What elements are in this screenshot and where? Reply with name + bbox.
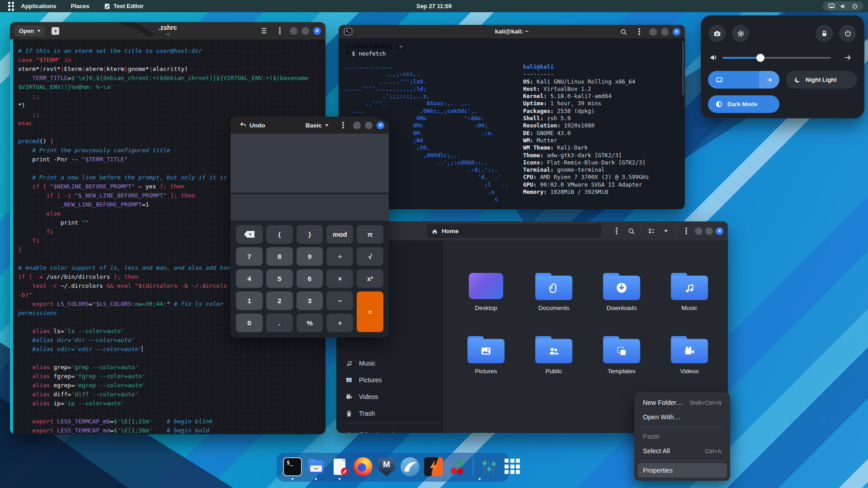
- calc-key-)[interactable]: ): [297, 225, 323, 244]
- sidebar-item-other-locations[interactable]: Other Locations: [340, 427, 439, 433]
- calc-key-−[interactable]: −: [326, 291, 353, 310]
- calc-key-0[interactable]: 0: [236, 314, 263, 332]
- new-tab-button[interactable]: +: [52, 27, 59, 35]
- open-button[interactable]: Open: [14, 25, 45, 37]
- calc-key-x²[interactable]: x²: [357, 269, 383, 288]
- terminal-scrollbar[interactable]: [682, 41, 684, 95]
- dock-cherrytree-icon[interactable]: [448, 457, 467, 476]
- mode-dropdown[interactable]: Basic: [306, 122, 329, 129]
- maximize-button[interactable]: [705, 227, 713, 235]
- calc-key-5[interactable]: 5: [266, 269, 293, 288]
- dark-mode-toggle[interactable]: Dark Mode: [708, 95, 779, 113]
- close-button[interactable]: ×: [377, 122, 384, 129]
- kebab-menu-icon[interactable]: [633, 26, 645, 38]
- menu-active-app[interactable]: Text Editor: [97, 0, 151, 12]
- close-button[interactable]: ×: [673, 28, 680, 36]
- sidebar-item-trash[interactable]: Trash: [340, 406, 439, 421]
- kebab-menu-icon[interactable]: [680, 225, 692, 237]
- volume-slider-knob[interactable]: [756, 54, 764, 62]
- calc-key-7[interactable]: 7: [236, 247, 263, 266]
- calc-key-=[interactable]: =: [357, 291, 383, 332]
- folder-public[interactable]: Public: [520, 334, 588, 396]
- dock-show-apps-icon[interactable]: [503, 457, 522, 476]
- calc-key-9[interactable]: 9: [297, 247, 323, 266]
- view-toggle-icon[interactable]: [646, 225, 657, 237]
- calc-key-4[interactable]: 4: [236, 269, 263, 288]
- search-icon[interactable]: [618, 26, 629, 38]
- activities-grid-icon[interactable]: [8, 2, 14, 11]
- calc-key-÷[interactable]: ÷: [326, 247, 353, 266]
- folder-downloads[interactable]: Downloads: [588, 271, 656, 333]
- folder-documents[interactable]: Documents: [520, 271, 588, 333]
- calc-key-√[interactable]: √: [357, 247, 383, 266]
- network-expand-arrow[interactable]: [759, 71, 779, 89]
- dock-text-editor-icon[interactable]: [330, 457, 349, 476]
- dock-terminal-icon[interactable]: $_: [283, 457, 302, 476]
- folder-desktop[interactable]: Desktop: [452, 271, 520, 333]
- lock-button[interactable]: [816, 25, 833, 42]
- clock[interactable]: Sep 27 11:59: [416, 0, 452, 12]
- minimize-button[interactable]: [649, 28, 657, 36]
- menu-item-new-folder[interactable]: New Folder…Shift+Ctrl+N: [637, 395, 727, 410]
- screenshot-button[interactable]: [708, 25, 726, 42]
- kebab-menu-icon[interactable]: [337, 119, 349, 131]
- calc-key-6[interactable]: 6: [297, 269, 323, 288]
- system-tray[interactable]: [823, 1, 863, 11]
- menu-item-open-with[interactable]: Open With…: [637, 410, 727, 424]
- dock-wireshark-icon[interactable]: [401, 457, 420, 476]
- night-light-toggle[interactable]: Night Light: [786, 71, 857, 89]
- folder-music[interactable]: Music: [656, 271, 723, 333]
- calc-key-8[interactable]: 8: [266, 247, 293, 266]
- menu-item-properties[interactable]: Properties: [637, 463, 727, 478]
- sidebar-item-music[interactable]: Music: [340, 356, 439, 371]
- calc-key-3[interactable]: 3: [297, 291, 323, 310]
- files-toolbar[interactable]: Home ×: [336, 221, 728, 240]
- calc-key-+[interactable]: +: [326, 314, 353, 332]
- calc-key-backspace[interactable]: ×: [236, 225, 263, 244]
- wired-network-toggle[interactable]: [708, 71, 779, 89]
- view-options-chevron-icon[interactable]: [660, 225, 672, 237]
- sidebar-item-videos[interactable]: Videos: [340, 389, 439, 404]
- settings-button[interactable]: [732, 25, 749, 42]
- folder-videos[interactable]: Videos: [656, 334, 723, 396]
- menu-icon[interactable]: [258, 25, 270, 37]
- dock-metasploit-icon[interactable]: M: [377, 457, 396, 476]
- dock-burpsuite-icon[interactable]: [424, 457, 443, 476]
- calc-key-1[interactable]: 1: [236, 291, 263, 310]
- folder-templates[interactable]: Templates: [588, 334, 656, 396]
- minimize-button[interactable]: [353, 122, 361, 129]
- undo-button[interactable]: Undo: [236, 120, 269, 131]
- calc-key-.[interactable]: .: [266, 314, 293, 332]
- calc-key-%[interactable]: %: [297, 314, 323, 332]
- menu-places[interactable]: Places: [64, 0, 97, 12]
- power-button[interactable]: [839, 25, 856, 42]
- calc-key-π[interactable]: π: [357, 225, 383, 244]
- path-options-icon[interactable]: [611, 225, 623, 237]
- menu-applications[interactable]: Applications: [14, 0, 64, 12]
- close-button[interactable]: ×: [716, 227, 723, 235]
- arrow-right-icon[interactable]: [844, 53, 852, 62]
- calc-key-([interactable]: (: [266, 225, 293, 244]
- kebab-menu-icon[interactable]: [274, 25, 286, 37]
- calc-key-mod[interactable]: mod: [326, 225, 353, 244]
- text-editor-titlebar[interactable]: Open + .zshrc ~/ ×: [10, 22, 326, 39]
- folder-pictures[interactable]: Pictures: [452, 334, 520, 396]
- breadcrumb[interactable]: Home: [427, 224, 601, 238]
- dock-firefox-icon[interactable]: [354, 457, 373, 476]
- calculator-entry-field[interactable]: [231, 193, 389, 221]
- menu-item-paste[interactable]: Paste: [637, 429, 727, 444]
- minimize-button[interactable]: [695, 227, 703, 235]
- dock-tweaks-icon[interactable]: [480, 457, 499, 476]
- search-icon[interactable]: [625, 225, 637, 237]
- close-button[interactable]: ×: [313, 27, 321, 35]
- calculator-titlebar[interactable]: Undo Basic ×: [231, 117, 389, 134]
- menu-item-select-all[interactable]: Select AllCtrl+A: [637, 444, 727, 458]
- maximize-button[interactable]: [661, 28, 669, 36]
- maximize-button[interactable]: [365, 122, 373, 129]
- calc-key-2[interactable]: 2: [266, 291, 293, 310]
- dock-files-icon[interactable]: [307, 457, 326, 476]
- calc-key-×[interactable]: ×: [326, 269, 353, 288]
- terminal-titlebar[interactable]: >_ kali@kali: ~ ×: [339, 25, 685, 38]
- sidebar-item-pictures[interactable]: Pictures: [340, 372, 439, 387]
- maximize-button[interactable]: [302, 27, 309, 35]
